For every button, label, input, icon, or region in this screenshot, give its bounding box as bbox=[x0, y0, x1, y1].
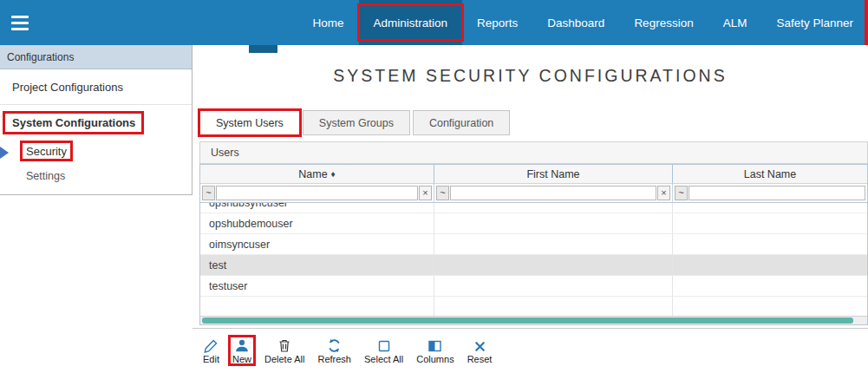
nav-item-administration[interactable]: Administration bbox=[359, 0, 463, 45]
filter-operator-button[interactable]: ~ bbox=[675, 186, 688, 200]
cell-last-name bbox=[673, 276, 867, 297]
select-all-button[interactable]: Select All bbox=[364, 337, 403, 364]
tool-label: Delete All bbox=[264, 354, 304, 364]
tool-label: Select All bbox=[364, 354, 403, 364]
sidebar-item-security[interactable]: Security bbox=[0, 137, 192, 163]
cell-last-name bbox=[673, 234, 867, 255]
nav-item-reports[interactable]: Reports bbox=[462, 0, 532, 45]
column-header-first-name[interactable]: First Name bbox=[434, 165, 673, 184]
tab-configuration[interactable]: Configuration bbox=[413, 110, 510, 135]
filter-operator-button[interactable]: ~ bbox=[202, 186, 215, 200]
delete-all-button[interactable]: Delete All bbox=[264, 337, 304, 364]
column-label: First Name bbox=[526, 168, 579, 180]
nav-label: ALM bbox=[723, 16, 747, 29]
cell-empty bbox=[434, 297, 673, 316]
new-button[interactable]: New bbox=[232, 337, 251, 364]
column-label: Last Name bbox=[744, 168, 796, 180]
filter-cell-first-name: ~ × bbox=[434, 184, 673, 203]
cell-last-name bbox=[673, 213, 867, 234]
tab-system-users[interactable]: System Users bbox=[199, 110, 300, 135]
filter-clear-button[interactable]: × bbox=[657, 186, 670, 200]
filter-operator-button[interactable]: ~ bbox=[436, 186, 449, 200]
tool-label: New bbox=[232, 354, 251, 364]
hamburger-menu-icon[interactable] bbox=[0, 0, 40, 45]
tool-label: Columns bbox=[416, 354, 454, 364]
nav-item-home[interactable]: Home bbox=[297, 0, 358, 45]
tab-bar: System Users System Groups Configuration bbox=[199, 110, 510, 135]
sidebar-item-settings[interactable]: Settings bbox=[0, 163, 192, 189]
nav-item-safety-planner[interactable]: Safety Planner bbox=[761, 0, 868, 45]
cell-name: opshubsyncuser bbox=[200, 203, 434, 213]
tool-label: Edit bbox=[203, 354, 219, 364]
scrollbar-thumb[interactable] bbox=[202, 317, 853, 324]
pencil-icon bbox=[204, 337, 219, 353]
cell-first-name bbox=[434, 255, 673, 276]
tab-label: System Groups bbox=[319, 117, 394, 129]
table-row[interactable]: opshubsyncuser bbox=[200, 203, 867, 213]
refresh-button[interactable]: Refresh bbox=[317, 337, 351, 364]
column-header-name[interactable]: Name ♦ bbox=[200, 165, 434, 184]
trash-icon bbox=[277, 337, 291, 353]
cell-first-name bbox=[434, 276, 673, 297]
app-window: Home Administration Reports Dashboard Re… bbox=[0, 0, 868, 373]
select-all-checkbox-icon bbox=[377, 337, 391, 353]
sidebar-item-project-configurations[interactable]: Project Configurations bbox=[0, 69, 192, 105]
nav-label: Administration bbox=[374, 16, 448, 29]
horizontal-scrollbar[interactable] bbox=[200, 316, 867, 324]
top-navbar: Home Administration Reports Dashboard Re… bbox=[0, 0, 868, 45]
main-content: SYSTEM SECURITY CONFIGURATIONS System Us… bbox=[193, 45, 868, 373]
cell-first-name bbox=[434, 234, 673, 255]
cell-last-name bbox=[673, 255, 867, 276]
sidebar-item-label: System Configurations bbox=[12, 116, 135, 129]
table-row[interactable]: opshubdemouser bbox=[200, 213, 867, 234]
nav-item-dashboard[interactable]: Dashboard bbox=[532, 0, 619, 45]
nav-label: Home bbox=[312, 16, 343, 29]
user-add-icon bbox=[234, 337, 250, 353]
sidebar-header: Configurations bbox=[0, 45, 192, 69]
column-label: Name bbox=[298, 168, 327, 180]
sort-icon[interactable]: ♦ bbox=[331, 169, 336, 179]
nav-label: Reports bbox=[477, 16, 518, 29]
column-header-last-name[interactable]: Last Name bbox=[673, 165, 867, 184]
nav-items: Home Administration Reports Dashboard Re… bbox=[297, 0, 868, 45]
refresh-icon bbox=[327, 337, 342, 353]
filter-input-first-name[interactable] bbox=[450, 186, 656, 200]
users-panel-header: Users bbox=[199, 141, 868, 164]
table-empty-row bbox=[200, 297, 867, 316]
table-filter-row: ~ × ~ × ~ bbox=[200, 184, 867, 203]
columns-icon bbox=[427, 337, 442, 353]
table-row-selected[interactable]: test bbox=[200, 255, 867, 276]
tool-label: Reset bbox=[467, 354, 493, 364]
cell-first-name bbox=[434, 203, 673, 213]
tab-label: Configuration bbox=[429, 117, 493, 129]
sidebar-menu: Configurations Project Configurations Sy… bbox=[0, 45, 193, 195]
nav-label: Safety Planner bbox=[776, 16, 853, 29]
cell-first-name bbox=[434, 213, 673, 234]
filter-clear-button[interactable]: × bbox=[419, 186, 432, 200]
nav-item-regression[interactable]: Regression bbox=[619, 0, 708, 45]
filter-cell-name: ~ × bbox=[200, 184, 434, 203]
filter-input-last-name[interactable] bbox=[689, 186, 865, 200]
nav-label: Dashboard bbox=[547, 16, 604, 29]
cell-empty bbox=[673, 297, 867, 316]
cell-name: opshubdemouser bbox=[200, 213, 434, 234]
table-header-row: Name ♦ First Name Last Name bbox=[200, 165, 867, 184]
cell-name: oimsyncuser bbox=[200, 234, 434, 255]
tab-system-groups[interactable]: System Groups bbox=[303, 110, 410, 135]
table-row[interactable]: oimsyncuser bbox=[200, 234, 867, 255]
page-title: SYSTEM SECURITY CONFIGURATIONS bbox=[193, 66, 868, 86]
reset-button[interactable]: Reset bbox=[467, 337, 493, 364]
sidebar-item-label: Settings bbox=[26, 170, 65, 182]
cell-name: testuser bbox=[200, 276, 434, 297]
bottom-toolbar: Edit New Delete All Refresh bbox=[193, 328, 868, 373]
sidebar-item-label: Project Configurations bbox=[12, 81, 123, 94]
edit-button[interactable]: Edit bbox=[203, 337, 219, 364]
annotation-edge-red bbox=[865, 0, 868, 45]
columns-button[interactable]: Columns bbox=[416, 337, 454, 364]
filter-input-name[interactable] bbox=[216, 186, 418, 200]
sidebar-item-system-configurations[interactable]: System Configurations bbox=[0, 105, 192, 137]
users-table: Name ♦ First Name Last Name ~ × ~ × bbox=[199, 164, 868, 325]
tab-label: System Users bbox=[216, 117, 284, 129]
table-row[interactable]: testuser bbox=[200, 276, 867, 297]
nav-item-alm[interactable]: ALM bbox=[708, 0, 762, 45]
